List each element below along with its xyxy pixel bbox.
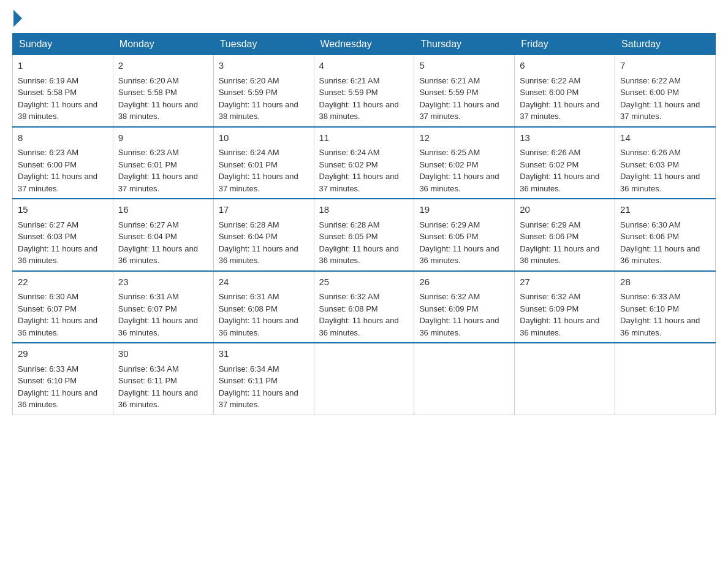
daylight-text: Daylight: 11 hours and 37 minutes. — [520, 100, 599, 121]
daylight-text: Daylight: 11 hours and 36 minutes. — [319, 316, 399, 337]
calendar-cell: 14Sunrise: 6:26 AMSunset: 6:03 PMDayligh… — [615, 127, 716, 199]
sunset-text: Sunset: 6:02 PM — [419, 160, 478, 169]
col-header-wednesday: Wednesday — [314, 34, 414, 55]
day-number: 19 — [419, 203, 509, 217]
sunrise-text: Sunrise: 6:33 AM — [18, 364, 78, 373]
sunrise-text: Sunrise: 6:28 AM — [219, 220, 279, 229]
calendar-cell: 30Sunrise: 6:34 AMSunset: 6:11 PMDayligh… — [113, 343, 213, 415]
calendar-cell: 3Sunrise: 6:20 AMSunset: 5:59 PMDaylight… — [213, 55, 314, 127]
day-number: 2 — [118, 59, 208, 73]
sunrise-text: Sunrise: 6:29 AM — [520, 220, 580, 229]
daylight-text: Daylight: 11 hours and 37 minutes. — [18, 172, 97, 193]
sunset-text: Sunset: 5:59 PM — [219, 88, 278, 97]
sunset-text: Sunset: 6:00 PM — [620, 88, 679, 97]
daylight-text: Daylight: 11 hours and 37 minutes. — [419, 100, 499, 121]
sunrise-text: Sunrise: 6:27 AM — [18, 220, 78, 229]
day-number: 31 — [219, 347, 309, 361]
sunrise-text: Sunrise: 6:21 AM — [419, 76, 480, 85]
day-number: 22 — [18, 275, 108, 289]
sunset-text: Sunset: 6:04 PM — [118, 232, 177, 241]
sunset-text: Sunset: 6:07 PM — [118, 304, 177, 313]
calendar-cell: 9Sunrise: 6:23 AMSunset: 6:01 PMDaylight… — [113, 127, 213, 199]
day-number: 20 — [520, 203, 610, 217]
sunset-text: Sunset: 5:59 PM — [419, 88, 478, 97]
sunrise-text: Sunrise: 6:22 AM — [520, 76, 580, 85]
col-header-saturday: Saturday — [615, 34, 716, 55]
day-number: 30 — [118, 347, 208, 361]
calendar-cell: 4Sunrise: 6:21 AMSunset: 5:59 PMDaylight… — [314, 55, 414, 127]
sunrise-text: Sunrise: 6:24 AM — [319, 148, 380, 157]
daylight-text: Daylight: 11 hours and 36 minutes. — [18, 316, 97, 337]
sunrise-text: Sunrise: 6:29 AM — [419, 220, 480, 229]
day-number: 8 — [18, 131, 108, 145]
calendar-cell — [615, 343, 716, 415]
sunrise-text: Sunrise: 6:27 AM — [118, 220, 179, 229]
calendar-week-row: 8Sunrise: 6:23 AMSunset: 6:00 PMDaylight… — [13, 127, 716, 199]
day-number: 26 — [419, 275, 509, 289]
sunrise-text: Sunrise: 6:32 AM — [319, 292, 380, 301]
daylight-text: Daylight: 11 hours and 36 minutes. — [520, 244, 599, 266]
sunrise-text: Sunrise: 6:26 AM — [620, 148, 681, 157]
sunset-text: Sunset: 6:06 PM — [620, 232, 679, 241]
calendar-cell — [314, 343, 414, 415]
sunrise-text: Sunrise: 6:20 AM — [219, 76, 279, 85]
daylight-text: Daylight: 11 hours and 37 minutes. — [219, 388, 298, 410]
sunrise-text: Sunrise: 6:30 AM — [620, 220, 681, 229]
calendar-cell: 22Sunrise: 6:30 AMSunset: 6:07 PMDayligh… — [13, 271, 113, 343]
day-number: 3 — [219, 59, 309, 73]
sunset-text: Sunset: 6:11 PM — [118, 376, 177, 385]
day-number: 5 — [419, 59, 509, 73]
calendar-cell: 21Sunrise: 6:30 AMSunset: 6:06 PMDayligh… — [615, 199, 716, 271]
daylight-text: Daylight: 11 hours and 36 minutes. — [620, 316, 700, 337]
calendar-cell: 17Sunrise: 6:28 AMSunset: 6:04 PMDayligh… — [213, 199, 314, 271]
day-number: 7 — [620, 59, 710, 73]
calendar-week-row: 1Sunrise: 6:19 AMSunset: 5:58 PMDaylight… — [13, 55, 716, 127]
day-number: 14 — [620, 131, 710, 145]
sunrise-text: Sunrise: 6:19 AM — [18, 76, 78, 85]
sunset-text: Sunset: 5:59 PM — [319, 88, 378, 97]
sunrise-text: Sunrise: 6:31 AM — [118, 292, 179, 301]
daylight-text: Daylight: 11 hours and 36 minutes. — [18, 244, 97, 266]
calendar-cell: 18Sunrise: 6:28 AMSunset: 6:05 PMDayligh… — [314, 199, 414, 271]
daylight-text: Daylight: 11 hours and 36 minutes. — [118, 316, 198, 337]
calendar-cell: 15Sunrise: 6:27 AMSunset: 6:03 PMDayligh… — [13, 199, 113, 271]
day-number: 28 — [620, 275, 710, 289]
col-header-tuesday: Tuesday — [213, 34, 314, 55]
day-number: 27 — [520, 275, 610, 289]
sunrise-text: Sunrise: 6:32 AM — [520, 292, 580, 301]
calendar-cell: 13Sunrise: 6:26 AMSunset: 6:02 PMDayligh… — [515, 127, 615, 199]
calendar-cell: 24Sunrise: 6:31 AMSunset: 6:08 PMDayligh… — [213, 271, 314, 343]
sunrise-text: Sunrise: 6:28 AM — [319, 220, 380, 229]
daylight-text: Daylight: 11 hours and 36 minutes. — [419, 244, 499, 266]
sunset-text: Sunset: 6:08 PM — [319, 304, 378, 313]
sunset-text: Sunset: 6:08 PM — [219, 304, 278, 313]
calendar-cell: 5Sunrise: 6:21 AMSunset: 5:59 PMDaylight… — [414, 55, 515, 127]
calendar-cell: 26Sunrise: 6:32 AMSunset: 6:09 PMDayligh… — [414, 271, 515, 343]
sunset-text: Sunset: 6:10 PM — [18, 376, 77, 385]
sunset-text: Sunset: 6:02 PM — [319, 160, 378, 169]
calendar-cell: 10Sunrise: 6:24 AMSunset: 6:01 PMDayligh… — [213, 127, 314, 199]
page-header — [12, 12, 716, 23]
sunrise-text: Sunrise: 6:32 AM — [419, 292, 480, 301]
calendar-cell: 12Sunrise: 6:25 AMSunset: 6:02 PMDayligh… — [414, 127, 515, 199]
sunrise-text: Sunrise: 6:24 AM — [219, 148, 279, 157]
sunset-text: Sunset: 6:05 PM — [319, 232, 378, 241]
daylight-text: Daylight: 11 hours and 38 minutes. — [18, 100, 97, 121]
calendar-cell: 25Sunrise: 6:32 AMSunset: 6:08 PMDayligh… — [314, 271, 414, 343]
calendar-cell: 19Sunrise: 6:29 AMSunset: 6:05 PMDayligh… — [414, 199, 515, 271]
daylight-text: Daylight: 11 hours and 38 minutes. — [319, 100, 399, 121]
sunset-text: Sunset: 6:05 PM — [419, 232, 478, 241]
sunrise-text: Sunrise: 6:25 AM — [419, 148, 480, 157]
day-number: 4 — [319, 59, 409, 73]
day-number: 13 — [520, 131, 610, 145]
calendar-cell: 1Sunrise: 6:19 AMSunset: 5:58 PMDaylight… — [13, 55, 113, 127]
calendar-cell: 8Sunrise: 6:23 AMSunset: 6:00 PMDaylight… — [13, 127, 113, 199]
sunset-text: Sunset: 6:07 PM — [18, 304, 77, 313]
day-number: 6 — [520, 59, 610, 73]
calendar-week-row: 29Sunrise: 6:33 AMSunset: 6:10 PMDayligh… — [13, 343, 716, 415]
sunrise-text: Sunrise: 6:21 AM — [319, 76, 380, 85]
daylight-text: Daylight: 11 hours and 38 minutes. — [219, 100, 298, 121]
daylight-text: Daylight: 11 hours and 37 minutes. — [118, 172, 198, 193]
day-number: 12 — [419, 131, 509, 145]
daylight-text: Daylight: 11 hours and 36 minutes. — [520, 316, 599, 337]
